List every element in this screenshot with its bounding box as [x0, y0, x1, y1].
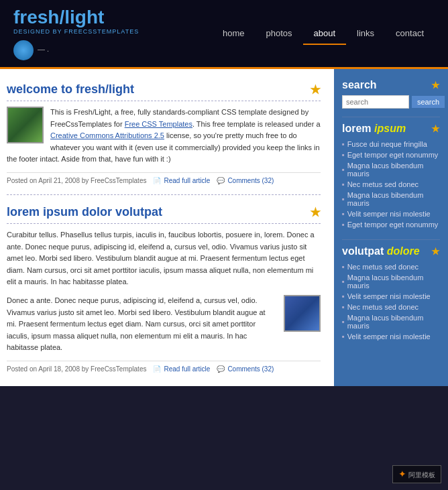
volutpat-star: ★ — [431, 246, 440, 257]
logo-accent: light — [64, 7, 104, 27]
article-2-thumb — [284, 295, 321, 332]
logo-title: fresh/light — [13, 7, 139, 28]
logo-tagline: — . — [38, 45, 49, 53]
free-css-link[interactable]: Free CSS Templates — [125, 120, 192, 128]
logo-subtitle: designed by freecsstemplates — [13, 28, 139, 35]
lorem-link-1[interactable]: Fusce dui neque fringilla — [347, 140, 427, 148]
lorem-link-3[interactable]: Magna lacus bibendum mauris — [347, 162, 440, 178]
article-1-thumb — [7, 107, 44, 143]
search-row: search — [342, 95, 440, 109]
nav-item-links[interactable]: links — [346, 23, 385, 45]
volutpat-rest: dolore — [384, 245, 419, 257]
lorem-link-5[interactable]: Magna lacus bibendum mauris — [347, 191, 440, 207]
logo-area: fresh/light designed by freecsstemplates… — [13, 7, 139, 60]
volutpat-section-title: volutpat dolore ★ — [342, 245, 440, 257]
article-2-star: ★ — [310, 205, 321, 220]
lorem-rest: ipsum — [372, 123, 406, 134]
lorem-link-7[interactable]: Eget tempor eget nonummy — [347, 221, 439, 229]
article-2-title: ★ lorem ipsum dolor volutpat — [7, 205, 321, 224]
main-nav: home photos about links contact — [212, 23, 435, 45]
volutpat-link-5[interactable]: Magna lacus bibendum mauris — [347, 314, 440, 330]
volutpat-link-6[interactable]: Velit semper nisi molestie — [347, 332, 431, 341]
article-2-read-full[interactable]: 📄 Read full article — [153, 365, 210, 373]
logo-icon — [13, 40, 34, 60]
search-section-title: search ★ — [342, 79, 440, 91]
comment-icon: 💬 — [217, 177, 225, 184]
article-1: ★ welcome to fresh/light This is Fresh/L… — [7, 82, 321, 184]
list-item: Magna lacus bibendum mauris — [342, 160, 440, 179]
logo-main: fresh/ — [13, 7, 64, 27]
list-item: Eget tempor eget nonummy — [342, 149, 440, 160]
list-item: Velit semper nisi molestie — [342, 208, 440, 219]
search-star: ★ — [431, 80, 440, 90]
cc-link[interactable]: Creative Commons Attributions 2.5 — [50, 131, 164, 139]
nav-item-home[interactable]: home — [212, 23, 256, 45]
list-item: Magna lacus bibendum mauris — [342, 312, 440, 331]
list-item: Magna lacus bibendum mauris — [342, 190, 440, 208]
header: fresh/light designed by freecsstemplates… — [0, 0, 448, 69]
lorem-link-6[interactable]: Velit semper nisi molestie — [347, 210, 431, 218]
list-item: Velit semper nisi molestie — [342, 331, 440, 342]
lorem-star: ★ — [431, 123, 440, 134]
volutpat-link-4[interactable]: Nec metus sed donec — [347, 303, 418, 311]
article-1-meta: Posted on April 21, 2008 by FreeCssTempl… — [7, 172, 321, 184]
volutpat-link-3[interactable]: Velit semper nisi molestie — [347, 292, 431, 300]
lorem-section-title: lorem ipsum ★ — [342, 123, 440, 135]
article-1-comments[interactable]: 💬 Comments (32) — [217, 177, 274, 184]
nav-item-contact[interactable]: contact — [385, 23, 435, 45]
article-2-meta: Posted on April 18, 2008 by FreeCssTempl… — [7, 361, 321, 373]
article-1-title: ★ welcome to fresh/light — [7, 82, 321, 101]
article-1-body: This is Fresh/Light, a free, fully stand… — [7, 107, 321, 166]
list-item: Nec metus sed donec — [342, 261, 440, 272]
article-separator — [7, 194, 321, 195]
list-item: Eget tempor eget nonummy — [342, 219, 440, 230]
list-item: Magna lacus bibendum mauris — [342, 272, 440, 291]
list-item: Fusce dui neque fringilla — [342, 139, 440, 149]
search-input[interactable] — [342, 95, 409, 109]
article-1-read-full[interactable]: 📄 Read full article — [153, 177, 210, 184]
main-content: ★ welcome to fresh/light This is Fresh/L… — [0, 69, 334, 386]
sidebar-divider-2 — [342, 239, 440, 240]
volutpat-link-2[interactable]: Magna lacus bibendum mauris — [347, 273, 440, 290]
article-2-date: Posted on April 18, 2008 by FreeCssTempl… — [7, 365, 146, 373]
article-2-body1: Curabitur tellus. Phasellus tellus turpi… — [7, 229, 321, 288]
list-item: Nec metus sed donec — [342, 179, 440, 190]
list-item: Nec metus sed donec — [342, 302, 440, 312]
list-item: Velit semper nisi molestie — [342, 291, 440, 302]
article-2: ★ lorem ipsum dolor volutpat Curabitur t… — [7, 205, 321, 373]
page-wrapper: ★ welcome to fresh/light This is Fresh/L… — [0, 69, 448, 386]
lorem-link-2[interactable]: Eget tempor eget nonummy — [347, 151, 439, 159]
lorem-bold: lorem — [342, 123, 372, 134]
volutpat-bold: volutpat — [342, 245, 384, 257]
article-1-date: Posted on April 21, 2008 by FreeCssTempl… — [7, 177, 146, 184]
search-button[interactable]: search — [412, 96, 445, 108]
lorem-list: Fusce dui neque fringilla Eget tempor eg… — [342, 139, 440, 230]
nav-item-photos[interactable]: photos — [255, 23, 302, 45]
nav-item-about[interactable]: about — [303, 23, 347, 45]
comment-icon-2: 💬 — [217, 365, 225, 373]
volutpat-list: Nec metus sed donec Magna lacus bibendum… — [342, 261, 440, 342]
sidebar: search ★ search lorem ipsum ★ Fusce dui … — [334, 69, 448, 386]
article-2-comments[interactable]: 💬 Comments (32) — [217, 365, 274, 373]
article-2-body2: Donec a ante. Donec neque purus, adipisc… — [7, 295, 321, 354]
doc-icon-2: 📄 — [153, 365, 161, 373]
lorem-link-4[interactable]: Nec metus sed donec — [347, 180, 418, 188]
sidebar-divider-1 — [342, 117, 440, 117]
article-1-star: ★ — [310, 82, 321, 97]
volutpat-link-1[interactable]: Nec metus sed donec — [347, 263, 418, 271]
doc-icon: 📄 — [153, 177, 161, 184]
